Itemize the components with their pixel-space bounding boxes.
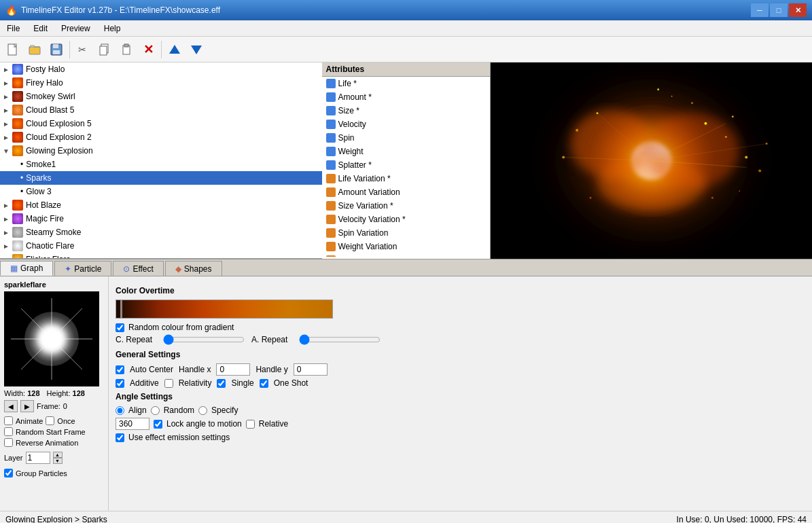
- svg-point-29: [671, 96, 672, 97]
- close-button[interactable]: ✕: [789, 3, 807, 17]
- copy-button[interactable]: [94, 39, 115, 60]
- attr-amount[interactable]: Amount *: [322, 90, 490, 104]
- attr-weight-variation[interactable]: Weight Variation: [322, 240, 490, 253]
- menu-file[interactable]: File: [0, 20, 27, 36]
- effect-item-glow3[interactable]: • Glow 3: [0, 185, 322, 198]
- tab-effect[interactable]: ⊙ Effect: [113, 261, 163, 276]
- layer-input[interactable]: [26, 452, 50, 464]
- paste-button[interactable]: [116, 39, 137, 60]
- preview-thumb-section: sparkleflare Width: 128 Height: 128 ◀: [0, 276, 109, 511]
- effect-list: ► Fosty Halo ► Firey Halo ► Smokey Swirl…: [0, 62, 322, 259]
- effect-item-smoke1[interactable]: • Smoke1: [0, 158, 322, 171]
- effect-item-cloud-explosion-5[interactable]: ► Cloud Explosion 5: [0, 117, 322, 130]
- menu-preview[interactable]: Preview: [54, 20, 97, 36]
- frame-prev-button[interactable]: ◀: [4, 400, 18, 412]
- statusbar: Glowing Explosion > Sparks In Use: 0, Un…: [0, 511, 812, 523]
- attr-splatter[interactable]: Splatter *: [322, 158, 490, 172]
- a-repeat-label: A. Repeat: [251, 335, 292, 344]
- effect-item-firey-halo[interactable]: ► Firey Halo: [0, 76, 322, 90]
- maximize-button[interactable]: □: [770, 3, 788, 17]
- effect-item-sparks[interactable]: • Sparks: [0, 171, 322, 185]
- auto-center-checkbox[interactable]: [116, 365, 124, 374]
- save-button[interactable]: [46, 39, 67, 60]
- specify-radio[interactable]: [198, 406, 207, 415]
- tab-graph[interactable]: ▦ Graph: [0, 261, 53, 276]
- attr-spin-variation[interactable]: Spin Variation: [322, 226, 490, 240]
- once-checkbox[interactable]: [46, 416, 54, 425]
- delete-button[interactable]: ✕: [138, 39, 158, 60]
- upper-section: ► Fosty Halo ► Firey Halo ► Smokey Swirl…: [0, 62, 812, 259]
- additive-label: Additive: [130, 378, 159, 388]
- attr-amount-variation[interactable]: Amount Variation: [322, 185, 490, 199]
- attr-velocity-variation[interactable]: Velocity Variation *: [322, 213, 490, 226]
- attr-life[interactable]: Life *: [322, 77, 490, 90]
- layer-down-button[interactable]: ▼: [53, 458, 63, 464]
- attr-weight[interactable]: Weight: [322, 145, 490, 158]
- attr-spin[interactable]: Spin: [322, 131, 490, 145]
- effect-item-fosty-halo[interactable]: ► Fosty Halo: [0, 62, 322, 76]
- svg-point-23: [576, 129, 578, 132]
- random-start-checkbox[interactable]: [4, 427, 13, 436]
- effect-item-steamy-smoke[interactable]: ► Steamy Smoke: [0, 226, 322, 239]
- up-button[interactable]: [164, 39, 185, 60]
- title-text: TimelineFX Editor v1.27b - E:\TimelineFX…: [21, 5, 220, 15]
- layer-up-button[interactable]: ▲: [53, 452, 63, 458]
- relative-checkbox[interactable]: [246, 420, 255, 429]
- minimize-button[interactable]: ─: [751, 3, 769, 17]
- group-particles-checkbox[interactable]: [4, 469, 13, 477]
- effect-item-glowing-explosion[interactable]: ▼ Glowing Explosion: [0, 144, 322, 158]
- svg-point-28: [657, 88, 659, 90]
- animate-checkbox[interactable]: [4, 416, 13, 425]
- svg-point-18: [704, 122, 707, 125]
- additive-checkbox[interactable]: [116, 379, 124, 388]
- effect-item-cloud-explosion-2[interactable]: ► Cloud Explosion 2: [0, 130, 322, 144]
- frame-next-button[interactable]: ▶: [20, 400, 34, 412]
- effect-item-cloud-blast-5[interactable]: ► Cloud Blast 5: [0, 103, 322, 117]
- effect-item-chaotic-flare[interactable]: ► Chaotic Flare: [0, 239, 322, 253]
- anim-controls: Animate Once Random Start Frame Reverse …: [4, 416, 104, 477]
- align-radio[interactable]: [116, 406, 124, 415]
- random-radio[interactable]: [151, 406, 160, 415]
- one-shot-label: One Shot: [274, 378, 308, 388]
- attr-life-variation[interactable]: Life Variation *: [322, 172, 490, 185]
- attr-size[interactable]: Size *: [322, 104, 490, 118]
- tab-shapes[interactable]: ◆ Shapes: [165, 261, 222, 276]
- handle-y-input[interactable]: [294, 363, 328, 376]
- app-icon: 🔥: [5, 5, 17, 16]
- c-repeat-slider[interactable]: [163, 335, 245, 344]
- effect-item-magic-fire[interactable]: ► Magic Fire: [0, 212, 322, 226]
- menu-edit[interactable]: Edit: [27, 20, 54, 36]
- effect-item-hot-blaze[interactable]: ► Hot Blaze: [0, 198, 322, 212]
- relativity-checkbox[interactable]: [164, 379, 173, 388]
- tab-particle[interactable]: ✦ Particle: [54, 261, 111, 276]
- use-effect-checkbox[interactable]: [116, 433, 124, 442]
- relativity-label: Relativity: [179, 378, 212, 388]
- cut-button[interactable]: ✂: [73, 39, 93, 60]
- svg-marker-10: [169, 45, 180, 54]
- a-repeat-slider[interactable]: [299, 335, 381, 344]
- color-bar[interactable]: [116, 300, 333, 319]
- titlebar: 🔥 TimelineFX Editor v1.27b - E:\Timeline…: [0, 0, 812, 20]
- angle-value-input[interactable]: [116, 418, 149, 430]
- handle-y-label: Handle y: [255, 365, 287, 374]
- one-shot-checkbox[interactable]: [260, 379, 268, 388]
- attr-motion-randomness[interactable]: Motion Randomness *: [322, 253, 490, 257]
- new-button[interactable]: [3, 39, 23, 60]
- frame-value: 0: [63, 402, 67, 410]
- lock-angle-checkbox[interactable]: [154, 420, 162, 429]
- single-checkbox[interactable]: [217, 379, 226, 388]
- open-button[interactable]: [24, 39, 45, 60]
- menu-help[interactable]: Help: [97, 20, 128, 36]
- reverse-animation-checkbox[interactable]: [4, 438, 13, 447]
- handle-x-input[interactable]: [216, 363, 250, 376]
- down-button[interactable]: [186, 39, 207, 60]
- layer-label: Layer: [4, 454, 23, 462]
- svg-point-20: [691, 102, 693, 104]
- attr-size-variation[interactable]: Size Variation *: [322, 199, 490, 213]
- general-settings-title: General Settings: [116, 350, 805, 359]
- effect-item-smokey-swirl[interactable]: ► Smokey Swirl: [0, 90, 322, 103]
- random-colour-checkbox[interactable]: [116, 323, 124, 332]
- attr-velocity[interactable]: Velocity: [322, 118, 490, 131]
- effect-item-flicker-flare[interactable]: ► Flicker Flare: [0, 253, 322, 258]
- svg-rect-3: [53, 44, 58, 48]
